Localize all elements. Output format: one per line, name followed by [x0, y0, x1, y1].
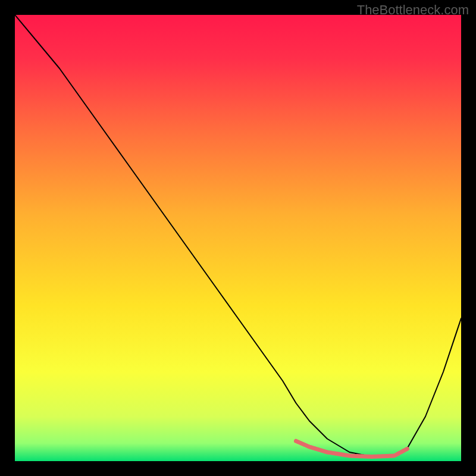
- plot-area: [15, 15, 461, 461]
- chart-lines: [15, 15, 461, 461]
- bottleneck-curve: [15, 15, 461, 457]
- watermark-text: TheBottleneck.com: [357, 2, 469, 18]
- optimal-range-marker: [296, 441, 408, 456]
